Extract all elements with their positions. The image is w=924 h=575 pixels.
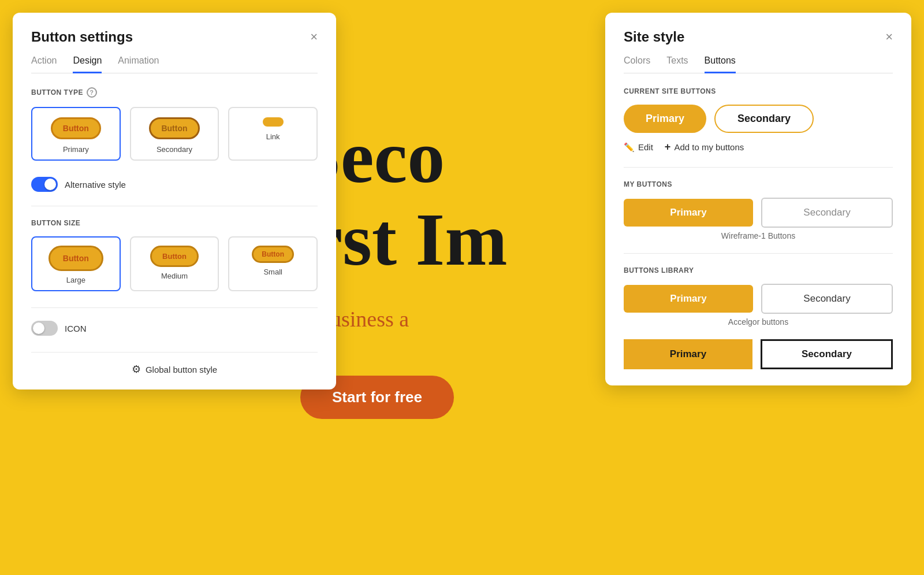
tabs-row: Action Design Animation	[31, 55, 318, 73]
help-icon[interactable]: ?	[87, 87, 97, 98]
current-primary-button[interactable]: Primary	[624, 105, 706, 133]
site-style-divider-1	[624, 167, 893, 168]
panel-title: Button settings	[31, 29, 133, 45]
tab-colors[interactable]: Colors	[624, 55, 650, 73]
icon-label: ICON	[65, 324, 87, 333]
toggle-knob	[44, 179, 56, 190]
library-secondary-button-1[interactable]: Secondary	[761, 284, 893, 314]
library-buttons-2-row: Primary Secondary	[624, 339, 893, 369]
library-secondary-button-2[interactable]: Secondary	[761, 339, 893, 369]
library-primary-button-2[interactable]: Primary	[624, 339, 752, 369]
link-card-label: Link	[266, 132, 280, 141]
add-to-my-buttons-link[interactable]: + Add to my buttons	[665, 141, 744, 153]
button-size-label: BUTTON SIZE	[31, 219, 318, 227]
primary-card-label: Primary	[63, 145, 89, 154]
alternative-style-label: Alternative style	[65, 180, 126, 190]
icon-toggle-knob	[33, 322, 44, 334]
preview-primary-btn: Button	[51, 117, 101, 139]
tab-buttons[interactable]: Buttons	[705, 55, 736, 73]
my-buttons-label: MY BUTTONS	[624, 180, 893, 188]
current-site-buttons-label: CURRENT SITE BUTTONS	[624, 87, 893, 95]
my-buttons-row: Primary Secondary	[624, 198, 893, 228]
panel-header: Button settings ×	[31, 29, 318, 45]
medium-card-label: Medium	[161, 272, 188, 280]
site-style-header: Site style ×	[624, 29, 893, 45]
current-buttons-row: Primary Secondary	[624, 105, 893, 133]
buttons-library-label: BUTTONS LIBRARY	[624, 266, 893, 274]
gear-icon: ⚙	[132, 363, 141, 376]
icon-row: ICON	[31, 321, 318, 336]
global-button-style-button[interactable]: ⚙ Global button style	[132, 363, 217, 376]
divider-2	[31, 307, 318, 308]
small-card-label: Small	[263, 268, 282, 276]
library-primary-button-1[interactable]: Primary	[624, 285, 753, 313]
site-style-close-button[interactable]: ×	[885, 31, 893, 43]
preview-link-btn	[263, 117, 284, 127]
button-size-small[interactable]: Button Small	[228, 236, 318, 291]
button-size-medium[interactable]: Button Medium	[130, 236, 219, 291]
large-card-label: Large	[66, 276, 85, 284]
tab-texts[interactable]: Texts	[666, 55, 688, 73]
library-buttons-1-row: Primary Secondary	[624, 284, 893, 314]
icon-toggle[interactable]	[31, 321, 58, 336]
plus-icon: +	[665, 141, 671, 153]
button-type-label: BUTTON TYPE ?	[31, 87, 318, 98]
site-style-title: Site style	[624, 29, 684, 45]
global-button-style-label: Global button style	[146, 365, 217, 374]
tab-action[interactable]: Action	[31, 55, 57, 73]
current-secondary-button[interactable]: Secondary	[714, 105, 814, 133]
edit-link[interactable]: ✏️ Edit	[624, 142, 653, 153]
edit-add-row: ✏️ Edit + Add to my buttons	[624, 141, 893, 153]
my-buttons-set-name: Wireframe-1 Buttons	[624, 231, 893, 240]
button-type-row: Button Primary Button Secondary Link	[31, 107, 318, 161]
pencil-icon: ✏️	[624, 142, 635, 153]
preview-small-btn: Button	[252, 246, 294, 263]
library-set-name: Accelgor buttons	[624, 317, 893, 327]
preview-secondary-btn: Button	[149, 117, 199, 139]
tab-design[interactable]: Design	[73, 55, 102, 73]
button-size-large[interactable]: Button Large	[31, 236, 121, 291]
secondary-card-label: Secondary	[157, 145, 192, 154]
site-style-divider-2	[624, 253, 893, 254]
preview-medium-btn: Button	[150, 246, 199, 267]
my-secondary-button[interactable]: Secondary	[761, 198, 893, 228]
my-primary-button[interactable]: Primary	[624, 199, 753, 227]
button-size-row: Button Large Button Medium Button Small	[31, 236, 318, 291]
alternative-style-row: Alternative style	[31, 177, 318, 192]
close-button[interactable]: ×	[310, 31, 318, 43]
tab-animation[interactable]: Animation	[118, 55, 159, 73]
site-style-tabs: Colors Texts Buttons	[624, 55, 893, 73]
alternative-style-toggle[interactable]	[31, 177, 58, 192]
button-type-primary[interactable]: Button Primary	[31, 107, 121, 161]
button-type-secondary[interactable]: Button Secondary	[130, 107, 219, 161]
divider-1	[31, 206, 318, 206]
site-style-panel: Site style × Colors Texts Buttons CURREN…	[605, 13, 911, 385]
preview-large-btn: Button	[49, 246, 103, 271]
button-settings-panel: Button settings × Action Design Animatio…	[13, 13, 336, 389]
panel-footer: ⚙ Global button style	[31, 352, 318, 376]
button-type-link[interactable]: Link	[228, 107, 318, 161]
